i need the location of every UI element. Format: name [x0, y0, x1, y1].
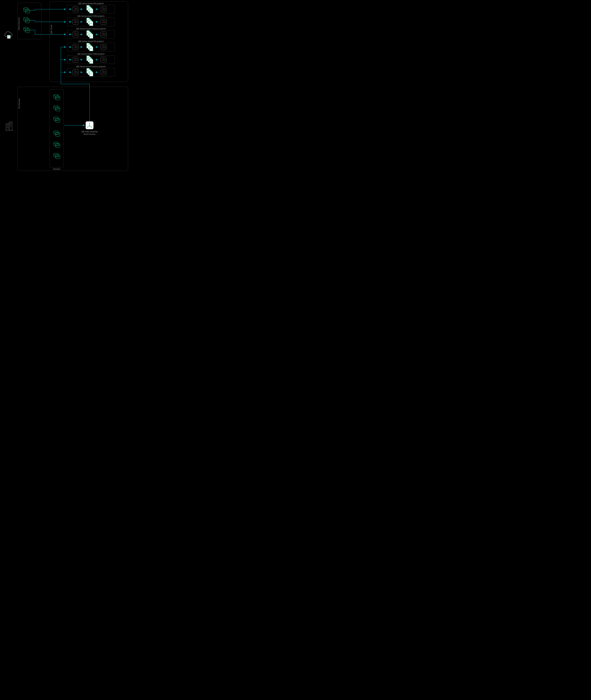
connector: [30, 30, 66, 35]
database-icon: [54, 117, 60, 122]
on-premise-box: [17, 87, 128, 171]
architecture-diagram: QV QV QVD Cloud Sources Qlik Cloud Qlik …: [0, 0, 134, 174]
asset-row: [67, 68, 115, 76]
asset-row: [67, 30, 115, 39]
database-icon: [24, 17, 30, 23]
asset-row: [67, 43, 115, 51]
gateway-node: [86, 121, 93, 129]
database-icon: [54, 94, 60, 100]
gateway-label: Direct Access: [84, 133, 95, 135]
cloud-icon: [5, 32, 12, 39]
gateway-label: Qlik Data Gateway: [81, 130, 98, 133]
connector: [30, 9, 66, 10]
asset-label: Qlik Sense Asset Finance project2: [76, 27, 106, 30]
asset-label: Qlik Sense Asset CRM project1: [77, 15, 105, 17]
sources-label: Sources: [53, 168, 60, 170]
asset-label: Qlik Sense Asset Finance project1: [76, 65, 106, 68]
database-icon: [54, 142, 60, 148]
sources-box: [50, 90, 64, 167]
cloud-sources-box: [17, 3, 41, 39]
qlik-cloud-label: Qlik Cloud: [50, 25, 53, 34]
building-icon: [5, 122, 13, 130]
database-icon: [24, 27, 30, 33]
database-icon: [54, 131, 60, 136]
asset-group: Qlik Sense Asset RH project2 Qlik Sense …: [67, 2, 115, 76]
database-icon: [54, 106, 60, 111]
asset-row: [67, 55, 115, 64]
asset-label: Qlik Sense Asset RH project1: [78, 40, 104, 43]
asset-row: [67, 18, 115, 26]
database-icon: [54, 153, 60, 159]
cloud-sources-label: Cloud Sources: [18, 17, 20, 30]
asset-row: [67, 5, 115, 13]
asset-label: Qlik Sense Asset RH project2: [78, 2, 104, 5]
svg-rect-8: [9, 122, 12, 130]
on-premise-label: On-Premise: [18, 98, 20, 109]
asset-label: Qlik Sense Asset CRM project2: [77, 53, 105, 55]
connector: [30, 20, 66, 22]
database-icon: [24, 8, 30, 13]
